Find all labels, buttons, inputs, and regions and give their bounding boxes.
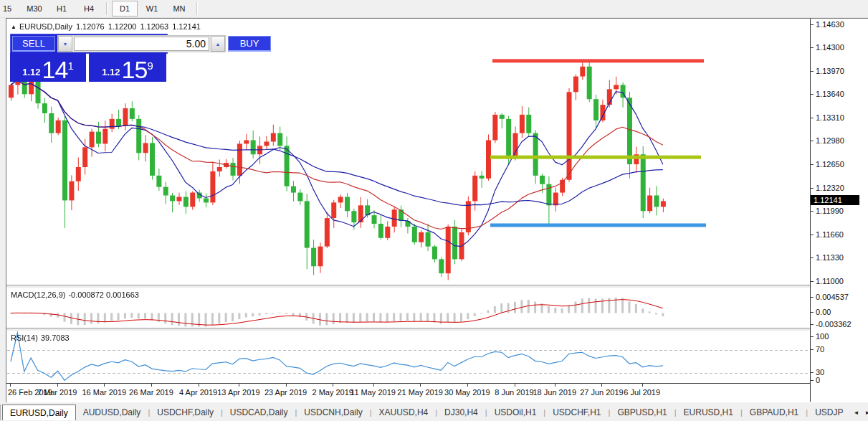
trading-terminal: 15M30H1H4D1W1MN ▲EURUSD,Daily1.120761.12… <box>0 0 868 421</box>
ohlc-close: 1.12141 <box>172 22 201 31</box>
symbol-marker-icon: ▲ <box>11 24 16 30</box>
tab-usdjp[interactable]: USDJP <box>808 405 850 420</box>
tab-xauusd-h4[interactable]: XAUUSD,H4 <box>372 405 436 420</box>
price-tick-label: 1.12980 <box>816 136 844 146</box>
rsi-value: 39.7083 <box>41 334 70 342</box>
tab-audusd-daily[interactable]: AUDUSD,Daily <box>76 405 148 420</box>
macd-axis-label: -0.003362 <box>816 320 852 329</box>
tab-gbpusd-h1[interactable]: GBPUSD,H1 <box>610 405 674 420</box>
sell-price-big: 14 <box>42 59 68 80</box>
timeframe-button-h1[interactable]: H1 <box>49 1 75 16</box>
rsi-axis-label: 100 <box>816 332 829 341</box>
sell-price-prefix: 1.12 <box>22 65 40 80</box>
volume-increase-icon[interactable]: ▲ <box>211 36 225 52</box>
chart-tab-bar: EURUSD,DailyAUDUSD,Daily|USDCHF,Daily|US… <box>0 404 868 421</box>
current-price-badge: 1.12141 <box>811 195 859 205</box>
macd-axis-label: 0.00 <box>816 308 831 317</box>
trade-widget-top: SELL ▼ ▲ BUY <box>10 34 168 54</box>
date-tick <box>151 384 152 387</box>
date-label: 23 Apr 2019 <box>264 388 307 397</box>
ohlc-high: 1.12200 <box>108 22 137 31</box>
timeframe-button-mn[interactable]: MN <box>166 1 192 16</box>
rsi-chart-canvas[interactable] <box>7 330 810 383</box>
date-label: 4 Apr 2019 <box>179 388 217 397</box>
price-tick-label: 1.12320 <box>816 184 844 193</box>
volume-stepper: ▼ ▲ <box>57 35 226 52</box>
rsi-axis-label: 0 <box>816 376 820 385</box>
price-tick-label: 1.13970 <box>816 67 844 76</box>
tab-usdchf-daily[interactable]: USDCHF,Daily <box>150 405 221 420</box>
date-label: 6 Jul 2019 <box>624 388 660 397</box>
tab-usdchf-h1[interactable]: USDCHF,H1 <box>545 405 608 420</box>
volume-decrease-icon[interactable]: ▼ <box>58 36 72 52</box>
ohlc-low: 1.12063 <box>140 22 168 31</box>
price-tick-label: 1.12650 <box>816 160 844 169</box>
sell-price-panel[interactable]: 1.12 14 1 <box>10 53 86 82</box>
rsi-axis-label: 70 <box>816 345 824 354</box>
price-axis[interactable]: 1.12141 1.146301.143001.139701.136401.13… <box>810 19 868 402</box>
price-tick-label: 1.14300 <box>816 43 844 52</box>
rsi-name: RSI(14) <box>11 334 38 342</box>
tab-eurusd-h1[interactable]: EURUSD,H1 <box>677 405 740 420</box>
tab-usdcad-daily[interactable]: USDCAD,Daily <box>223 405 295 420</box>
date-tick <box>57 384 58 387</box>
timeframe-button-15[interactable]: 15 <box>0 1 20 16</box>
timeframe-button-d1[interactable]: D1 <box>112 1 138 16</box>
date-tick <box>642 384 643 387</box>
tab-gbpaud-h1[interactable]: GBPAUD,H1 <box>743 405 806 420</box>
date-label: 27 Jun 2019 <box>580 388 624 397</box>
ohlc-open: 1.12076 <box>76 22 105 31</box>
tab-usdcnh-daily[interactable]: USDCNH,Daily <box>297 405 369 420</box>
date-label: 16 Mar 2019 <box>82 388 126 397</box>
macd-label: MACD(12,26,9)-0.000872 0.001663 <box>11 290 142 299</box>
date-tick <box>601 384 602 387</box>
buy-price-prefix: 1.12 <box>102 65 120 80</box>
macd-values: -0.000872 0.001663 <box>68 290 138 299</box>
sell-button[interactable]: SELL <box>12 36 55 52</box>
price-tick-label: 1.11660 <box>816 230 844 240</box>
tabbar-notch <box>0 405 1 420</box>
chart-symbol: EURUSD,Daily <box>19 22 72 31</box>
timeframe-button-h4[interactable]: H4 <box>76 1 102 16</box>
buy-button[interactable]: BUY <box>228 36 271 52</box>
price-tick-label: 1.13640 <box>816 90 844 99</box>
date-label: 13 Apr 2019 <box>217 388 259 397</box>
date-tick <box>373 384 374 387</box>
date-label: 2 May 2019 <box>312 388 353 397</box>
volume-input[interactable] <box>74 37 209 51</box>
timeframe-toolbar: 15M30H1H4D1W1MN <box>0 0 868 18</box>
timeframe-button-m30[interactable]: M30 <box>22 1 47 16</box>
buy-price-big: 15 <box>122 59 148 80</box>
date-label: 21 May 2019 <box>397 388 443 397</box>
tab-scroll-right-icon[interactable]: ► <box>862 410 868 416</box>
price-tick-label: 1.14630 <box>816 20 844 29</box>
one-click-trading-widget: SELL ▼ ▲ BUY 1.12 14 1 1.12 15 9 <box>10 34 166 80</box>
date-tick <box>420 384 421 387</box>
tab-scroll-left-icon[interactable]: ◄ <box>850 410 862 416</box>
date-label: 8 Jun 2019 <box>495 388 533 397</box>
toolbar-separator <box>196 2 198 15</box>
tab-eurusd-daily[interactable]: EURUSD,Daily <box>2 405 76 420</box>
date-tick <box>239 384 239 387</box>
panel-splitter[interactable] <box>6 328 868 331</box>
date-label: 26 Mar 2019 <box>129 388 173 397</box>
date-tick <box>515 384 515 387</box>
buy-price-panel[interactable]: 1.12 15 9 <box>89 53 166 82</box>
tab-dj30-h4[interactable]: DJ30,H4 <box>437 405 485 420</box>
timeframe-button-w1[interactable]: W1 <box>139 1 165 16</box>
price-tick-label: 1.11000 <box>816 277 844 286</box>
macd-name: MACD(12,26,9) <box>11 290 65 299</box>
price-tick-label: 1.11330 <box>816 253 844 262</box>
price-tick-label: 1.11990 <box>816 207 844 216</box>
chart-header: ▲EURUSD,Daily1.120761.122001.120631.1214… <box>11 22 204 31</box>
rsi-label: RSI(14)39.7083 <box>11 334 72 342</box>
date-tick <box>333 384 333 387</box>
date-label: 30 May 2019 <box>444 388 490 397</box>
panel-splitter[interactable] <box>6 285 868 288</box>
price-tick-label: 1.13310 <box>816 113 844 123</box>
date-label: 11 May 2019 <box>350 388 396 397</box>
chart-window: ▲EURUSD,Daily1.120761.122001.120631.1214… <box>6 18 868 402</box>
tab-usdoil-h1[interactable]: USDOil,H1 <box>487 405 544 420</box>
buy-price-sup: 9 <box>147 62 153 70</box>
date-axis[interactable]: 26 Feb 20197 Mar 201916 Mar 201926 Mar 2… <box>6 383 810 402</box>
